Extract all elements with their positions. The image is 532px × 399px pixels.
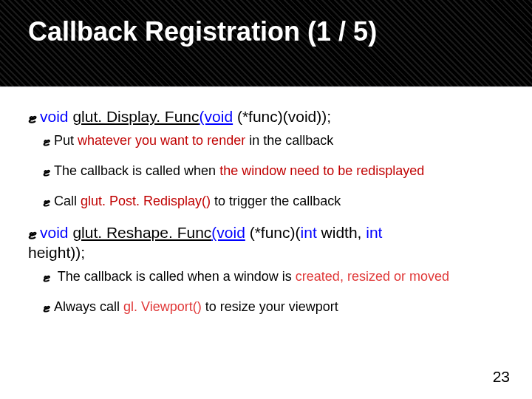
- bullet-2-subs: ޓ The callback is called when a window i…: [43, 268, 504, 316]
- func-name: glut. Display. Func: [72, 108, 199, 125]
- em: glut. Post. Redisplay(): [81, 194, 211, 208]
- t: in the callback: [245, 133, 333, 148]
- t: to resize your viewport: [202, 299, 338, 314]
- bullet-2: ޓvoid glut. Reshape. Func(void (*func)(i…: [28, 223, 504, 316]
- t: height));: [28, 244, 85, 261]
- bullet-icon: ޓ: [43, 132, 51, 149]
- em: whatever you want to render: [78, 133, 245, 148]
- sig-tail: (*func)(void));: [233, 108, 331, 125]
- title-bar: Callback Registration (1 / 5): [0, 0, 532, 87]
- bullet-icon: ޓ: [28, 223, 37, 242]
- sig-void: (void: [211, 224, 245, 241]
- sub-2-1: ޓ The callback is called when a window i…: [43, 268, 504, 285]
- t: to trigger the callback: [211, 194, 341, 208]
- sig-void: (void: [200, 108, 233, 125]
- sub-1-3: ޓCall glut. Post. Redisplay() to trigger…: [43, 193, 504, 210]
- bullet-1-subs: ޓPut whatever you want to render in the …: [43, 132, 504, 210]
- bullet-icon: ޓ: [28, 107, 37, 126]
- content-area: ޓvoid glut. Display. Func(void (*func)(v…: [28, 107, 504, 329]
- sub-1-2: ޓThe callback is called when the window …: [43, 163, 504, 180]
- slide-title: Callback Registration (1 / 5): [28, 16, 377, 47]
- t: Always call: [54, 299, 123, 314]
- bullet-icon: ޓ: [43, 163, 51, 180]
- page-number: 23: [493, 368, 510, 386]
- kw-int: int: [301, 224, 317, 241]
- t: Put: [54, 133, 78, 148]
- kw-void: void: [40, 224, 69, 241]
- t: (*func)(: [245, 224, 301, 241]
- em: gl. Viewport(): [123, 299, 202, 314]
- sub-2-2: ޓAlways call gl. Viewport() to resize yo…: [43, 299, 504, 316]
- bullet-icon: ޓ: [43, 268, 51, 285]
- kw-void: void: [40, 108, 69, 125]
- t: Call: [54, 194, 81, 208]
- bullet-icon: ޓ: [43, 193, 51, 210]
- kw-int: int: [366, 224, 382, 241]
- em: the window need to be redisplayed: [219, 163, 424, 178]
- slide: Callback Registration (1 / 5) ޓvoid glut…: [0, 0, 532, 399]
- bullet-1-line: ޓvoid glut. Display. Func(void (*func)(v…: [28, 107, 504, 126]
- bullet-icon: ޓ: [43, 299, 51, 316]
- bullet-2-line: ޓvoid glut. Reshape. Func(void (*func)(i…: [28, 223, 504, 262]
- t: The callback is called when: [54, 163, 219, 178]
- t: The callback is called when a window is: [54, 269, 296, 284]
- func-name: glut. Reshape. Func: [72, 224, 211, 241]
- bullet-1: ޓvoid glut. Display. Func(void (*func)(v…: [28, 107, 504, 210]
- sub-1-1: ޓPut whatever you want to render in the …: [43, 132, 504, 149]
- t: width,: [317, 224, 366, 241]
- em: created, resized or moved: [296, 269, 449, 284]
